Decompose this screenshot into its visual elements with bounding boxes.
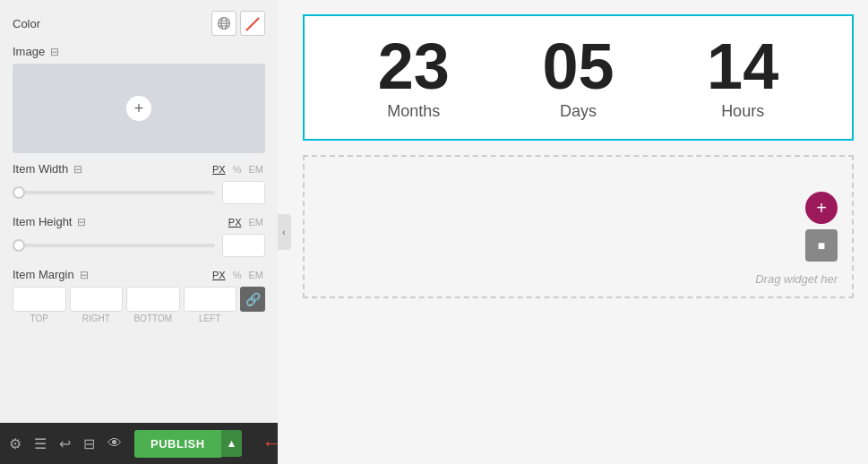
item-width-slider[interactable] [13, 191, 215, 194]
item-width-percent-tab[interactable]: % [231, 163, 244, 176]
item-height-section: Item Height ⊟ PX EM [13, 215, 265, 257]
margin-right-input[interactable] [70, 287, 124, 312]
margin-bottom-input[interactable] [126, 287, 180, 312]
drop-zone[interactable]: + ■ Drag widget her [303, 155, 854, 298]
image-section: Image ⊟ + [13, 45, 265, 153]
margin-right-box: RIGHT [70, 287, 124, 323]
item-width-section: Item Width ⊟ PX % EM [13, 162, 265, 204]
item-margin-percent-tab[interactable]: % [231, 269, 244, 281]
bottom-toolbar: ⚙ ☰ ↩ ⊟ 👁 PUBLISH ▲ ← [0, 423, 278, 464]
item-width-em-tab[interactable]: EM [247, 163, 266, 176]
publish-dropdown-button[interactable]: ▲ [221, 430, 243, 457]
publish-button[interactable]: PUBLISH [134, 430, 221, 458]
margin-bottom-label: BOTTOM [126, 314, 180, 323]
square-button[interactable]: ■ [805, 229, 838, 262]
margin-left-label: LEFT [184, 314, 237, 323]
history-icon[interactable]: ↩ [59, 435, 71, 452]
countdown-hours-value: 14 [707, 34, 778, 99]
item-width-label: Item Width [13, 162, 68, 176]
countdown-months-label: Months [378, 102, 450, 121]
item-margin-em-tab[interactable]: EM [247, 269, 266, 281]
countdown-widget: 23 Months 05 Days 14 Hours [303, 14, 854, 141]
color-section: Color [13, 11, 265, 36]
item-margin-monitor-icon: ⊟ [80, 269, 89, 281]
item-margin-section: Item Margin ⊟ PX % EM TOP RIGHT [13, 268, 265, 323]
margin-link-btn[interactable]: 🔗 [240, 287, 265, 312]
countdown-hours-label: Hours [707, 102, 778, 121]
countdown-hours: 14 Hours [707, 34, 778, 121]
drop-zone-controls: + ■ [805, 192, 838, 262]
color-label: Color [13, 17, 40, 30]
margin-top-label: TOP [13, 314, 66, 323]
settings-icon[interactable]: ⚙ [9, 435, 21, 452]
countdown-months-value: 23 [378, 34, 450, 99]
item-margin-px-tab[interactable]: PX [211, 269, 228, 281]
publish-group: PUBLISH ▲ [134, 430, 242, 458]
item-height-slider[interactable] [13, 244, 215, 247]
main-area: ‹ 23 Months 05 Days 14 Hours + ■ Drag wi… [278, 0, 868, 464]
countdown-days: 05 Days [542, 34, 614, 121]
margin-left-input[interactable] [184, 287, 237, 312]
image-monitor-icon: ⊟ [50, 46, 59, 58]
margin-bottom-box: BOTTOM [126, 287, 180, 323]
margin-left-box: LEFT [184, 287, 237, 323]
image-plus-icon: + [126, 96, 151, 121]
item-width-input[interactable] [222, 181, 265, 204]
item-height-label: Item Height [13, 215, 72, 228]
color-globe-btn[interactable] [211, 11, 236, 36]
countdown-months: 23 Months [378, 34, 450, 121]
color-slash-btn[interactable] [240, 11, 265, 36]
drag-widget-text: Drag widget her [755, 272, 838, 286]
item-width-px-tab[interactable]: PX [211, 163, 228, 176]
image-upload-box[interactable]: + [13, 64, 265, 153]
item-margin-label: Item Margin [13, 268, 74, 281]
countdown-days-label: Days [542, 102, 614, 121]
item-height-monitor-icon: ⊟ [77, 216, 86, 228]
collapse-handle[interactable]: ‹ [278, 214, 291, 250]
margin-top-box: TOP [13, 287, 66, 323]
item-height-px-tab[interactable]: PX [227, 216, 244, 228]
eye-icon[interactable]: 👁 [107, 435, 122, 451]
item-height-input[interactable] [222, 234, 265, 257]
item-width-monitor-icon: ⊟ [73, 163, 82, 176]
responsive-icon[interactable]: ⊟ [83, 435, 95, 452]
add-widget-button[interactable]: + [805, 192, 838, 224]
item-height-em-tab[interactable]: EM [247, 216, 266, 228]
margin-right-label: RIGHT [70, 314, 124, 323]
countdown-days-value: 05 [542, 34, 614, 99]
margin-top-input[interactable] [13, 287, 66, 312]
image-label-text: Image [13, 45, 45, 58]
layers-icon[interactable]: ☰ [34, 435, 47, 452]
